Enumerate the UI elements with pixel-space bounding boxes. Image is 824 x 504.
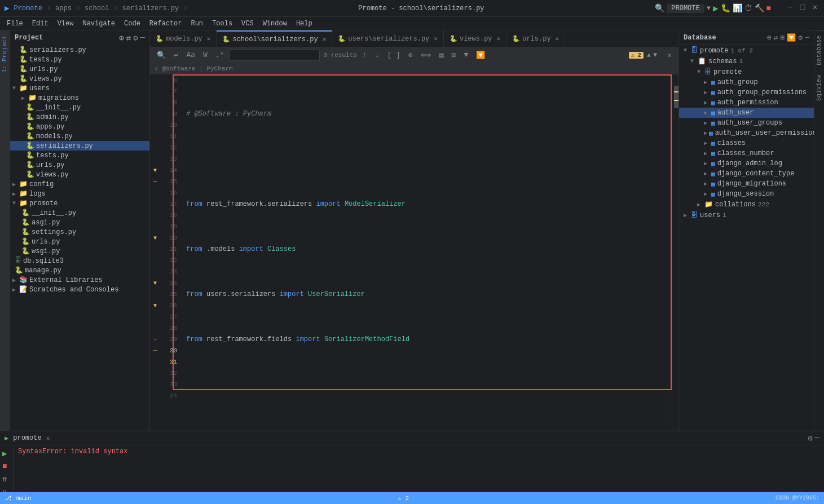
sidebar-minimize-icon[interactable]: ─ [140, 33, 145, 43]
search-pin-icon[interactable]: ⊕ [406, 50, 415, 61]
tree-item-promote[interactable]: ▼ 📁 promote [10, 198, 149, 208]
tab-models[interactable]: 🐍 models.py ✕ [150, 30, 217, 47]
tree-item-ext-libs[interactable]: ▶ 📚 External Libraries [10, 275, 149, 285]
tab-school-serializers[interactable]: 🐍 school\serializers.py ✕ [217, 30, 332, 47]
run-tab-close[interactable]: ✕ [46, 435, 50, 442]
tree-item-urls-school[interactable]: 🐍 urls.py [10, 64, 149, 74]
db-more-icon[interactable]: ─ [805, 33, 809, 42]
db-classes-number[interactable]: ▶ ▦ classes_number [679, 148, 814, 158]
status-warnings[interactable]: ⚠ 2 [398, 494, 409, 502]
db-promote-sub[interactable]: ▼ 🗄 promote [679, 67, 814, 77]
build-icon[interactable]: 🔨 [755, 3, 764, 13]
tree-item-urls-promote[interactable]: 🐍 urls.py [10, 237, 149, 246]
tab-views-close[interactable]: ✕ [497, 35, 501, 42]
dropdown-icon[interactable]: ▼ [707, 5, 711, 12]
run-with-coverage-icon[interactable]: 📊 [733, 3, 742, 13]
db-auth-user-perms[interactable]: ▶ ▦ auth_user_user_permissions [679, 128, 814, 138]
tab-urls[interactable]: 🐍 urls.py ✕ [506, 30, 565, 47]
tree-item-views-school[interactable]: 🐍 views.py [10, 74, 149, 83]
tree-item-serializers-users[interactable]: 🐍 serializers.py [10, 141, 149, 151]
search-more-icon[interactable]: ▼ [461, 50, 470, 60]
search-input[interactable] [230, 50, 320, 61]
maximize-button[interactable]: □ [798, 3, 807, 12]
search-multiline-icon[interactable]: ⟺ [418, 50, 434, 61]
search-options-icon[interactable]: ▤ [437, 50, 446, 61]
tab-users-serializers-close[interactable]: ✕ [434, 35, 438, 42]
tab-models-close[interactable]: ✕ [207, 35, 211, 42]
sidebar-sync-icon[interactable]: ⇄ [126, 33, 131, 43]
db-django-session[interactable]: ▶ ▦ django_session [679, 189, 814, 199]
tree-item-serializers-school[interactable]: 🐍 serializers.py [10, 45, 149, 55]
tree-item-logs[interactable]: ▶ 📁 logs [10, 189, 149, 198]
run-restart-icon[interactable]: ▶ [1, 448, 12, 459]
tab-urls-close[interactable]: ✕ [556, 35, 559, 42]
menu-vcs[interactable]: VCS [237, 19, 258, 29]
tree-item-asgi[interactable]: 🐍 asgi.py [10, 218, 149, 227]
tree-item-config[interactable]: ▶ 📁 config [10, 179, 149, 189]
db-auth-user[interactable]: ▶ ▦ auth_user [679, 108, 814, 118]
tree-item-tests-school[interactable]: 🐍 tests.py [10, 55, 149, 64]
undo-icon[interactable]: ↩ [171, 49, 180, 61]
db-schemas[interactable]: ▼ 📋 schemas 1 [679, 56, 814, 67]
menu-navigate[interactable]: Navigate [78, 19, 120, 29]
db-sync-icon[interactable]: ⇄ [774, 33, 778, 42]
menu-view[interactable]: View [53, 19, 78, 29]
search-open-in-find-icon[interactable]: [ ] [385, 50, 403, 60]
search-next-button[interactable]: ↓ [373, 50, 382, 60]
search-close-button[interactable]: ✕ [665, 50, 674, 61]
db-django-admin-log[interactable]: ▶ ▦ django_admin_log [679, 158, 814, 169]
error-nav-up[interactable]: ▲ [647, 51, 651, 59]
db-django-content-type[interactable]: ▶ ▦ django_content_type [679, 169, 814, 179]
database-side-tab[interactable]: Database [814, 30, 824, 70]
sidebar-add-icon[interactable]: ⊕ [119, 33, 124, 43]
regex-icon[interactable]: .* [213, 50, 227, 60]
db-users[interactable]: ▶ 🗄 users 1 [679, 210, 814, 220]
stop-icon[interactable]: ■ [766, 4, 771, 13]
db-settings-icon[interactable]: ⚙ [798, 33, 803, 42]
run-scroll-top-icon[interactable]: ⇈ [1, 473, 12, 485]
menu-edit[interactable]: Edit [28, 19, 53, 29]
menu-run[interactable]: Run [186, 19, 208, 29]
db-django-migrations[interactable]: ▶ ▦ django_migrations [679, 179, 814, 189]
menu-code[interactable]: Code [120, 19, 145, 29]
tree-item-apps-users[interactable]: 🐍 apps.py [10, 122, 149, 131]
db-filter-icon[interactable]: 🔽 [787, 33, 796, 42]
tree-item-users-folder[interactable]: ▼ 📁 users [10, 83, 149, 93]
code-content[interactable]: # @Software : PyCharm from rest_framewor… [180, 74, 672, 431]
search-prev-button[interactable]: ↑ [360, 50, 369, 60]
tree-item-settings[interactable]: 🐍 settings.py [10, 227, 149, 237]
db-classes[interactable]: ▶ ▦ classes [679, 138, 814, 148]
db-auth-group-perm[interactable]: ▶ ▦ auth_group_permissions [679, 87, 814, 98]
db-add-icon[interactable]: ⊕ [767, 33, 772, 42]
tree-item-init-users[interactable]: 🐍 __init__.py [10, 103, 149, 112]
project-tab[interactable]: 1: Project [0, 30, 10, 77]
search-prev-icon[interactable]: 🔍 [155, 50, 168, 61]
tab-school-serializers-close[interactable]: ✕ [323, 36, 327, 43]
run-settings-icon[interactable]: ⚙ [808, 434, 812, 443]
run-icon[interactable]: ▶ [713, 3, 719, 14]
tree-item-views-users[interactable]: 🐍 views.py [10, 170, 149, 179]
db-console-icon[interactable]: ⊞ [781, 33, 785, 42]
db-promote-entry[interactable]: ▼ 🗄 promote 1 of 2 [679, 45, 814, 56]
profile-icon[interactable]: ⏱ [744, 4, 752, 13]
tree-item-admin-users[interactable]: 🐍 admin.py [10, 112, 149, 122]
menu-file[interactable]: File [2, 19, 28, 29]
tree-item-wsgi[interactable]: 🐍 wsgi.py [10, 246, 149, 256]
scrollbar-area[interactable] [672, 74, 678, 431]
tree-item-models-users[interactable]: 🐍 models.py [10, 131, 149, 141]
sidebar-settings-icon[interactable]: ⚙ [133, 33, 138, 43]
whole-word-icon[interactable]: W [201, 50, 210, 60]
menu-tools[interactable]: Tools [208, 19, 237, 29]
search-everywhere-icon[interactable]: 🔍 [655, 3, 664, 13]
search-filter-icon[interactable]: ⊞ [450, 50, 459, 61]
scroll-thumb[interactable] [674, 86, 678, 108]
db-auth-permission[interactable]: ▶ ▦ auth_permission [679, 98, 814, 108]
error-nav-down[interactable]: ▼ [653, 51, 657, 59]
run-tab-label[interactable]: promote [13, 434, 41, 442]
search-funnel-icon[interactable]: 🔽 [474, 50, 487, 61]
tab-views[interactable]: 🐍 views.py ✕ [444, 30, 506, 47]
tree-item-tests-users[interactable]: 🐍 tests.py [10, 151, 149, 160]
case-sensitive-icon[interactable]: Aa [184, 50, 197, 60]
minimize-button[interactable]: ─ [786, 3, 795, 12]
close-button[interactable]: ✕ [810, 3, 819, 12]
